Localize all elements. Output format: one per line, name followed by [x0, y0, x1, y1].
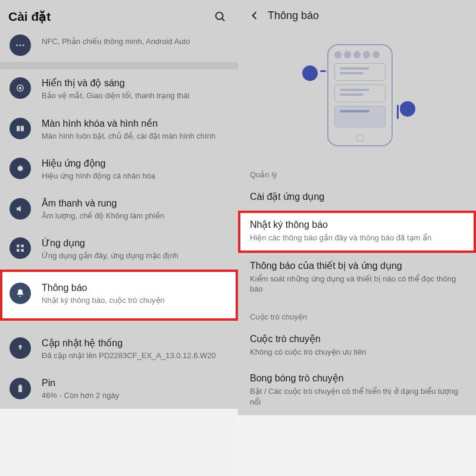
palette-icon	[10, 118, 31, 139]
settings-item-display[interactable]: Hiển thị và độ sáng Bảo vệ mắt, Giao diệ…	[0, 69, 238, 109]
svg-rect-7	[17, 126, 20, 131]
battery-icon	[10, 378, 31, 399]
item-subtitle: Hiệu ứng hình động cá nhân hóa	[42, 171, 228, 181]
settings-item-notifications[interactable]: Thông báo Nhật ký thông báo, cuộc trò ch…	[0, 270, 238, 321]
settings-item-lockscreen[interactable]: Màn hình khóa và hình nền Màn hình luôn …	[0, 109, 238, 150]
bell-icon	[10, 283, 31, 304]
divider	[0, 62, 238, 69]
section-chat: Cuộc trò chuyện	[238, 303, 476, 326]
svg-rect-11	[21, 245, 24, 248]
item-title: Thông báo	[42, 283, 228, 293]
page-title: Thông báo	[268, 10, 319, 22]
settings-item-battery[interactable]: Pin 46% - Còn hơn 2 ngày	[0, 369, 238, 409]
notifications-pane: Thông báo Quản lý	[238, 0, 476, 476]
settings-item-apps[interactable]: Ứng dụng Ứng dụng gần đây, ứng dụng mặc …	[0, 229, 238, 270]
settings-item-more-connections[interactable]: NFC, Phản chiếu thông minh, Android Auto	[0, 33, 238, 62]
apps-icon	[10, 237, 31, 259]
disc-icon	[10, 77, 31, 99]
item-subtitle: Âm lượng, chế độ Không làm phiền	[42, 211, 228, 221]
notif-item-app-settings[interactable]: Cài đặt ứng dụng	[238, 184, 476, 211]
item-title: Hiển thị và độ sáng	[42, 77, 228, 89]
highlight-notifications: Thông báo Nhật ký thông báo, cuộc trò ch…	[0, 270, 238, 321]
svg-point-2	[16, 45, 18, 46]
svg-point-6	[20, 87, 21, 89]
item-subtitle: Đã cập nhật lên PD2283CF_EX_A_13.0.12.6.…	[42, 350, 228, 361]
item-title: Ứng dụng	[42, 237, 228, 249]
svg-line-1	[222, 18, 224, 21]
item-title: Cập nhật hệ thống	[42, 337, 228, 349]
item-title: Nhật ký thông báo	[250, 219, 464, 230]
update-icon	[10, 337, 31, 359]
sound-icon	[10, 198, 31, 220]
item-subtitle: Bảo vệ mắt, Giao diện tối, thanh trạng t…	[42, 90, 228, 101]
section-manage: Quản lý	[238, 161, 476, 184]
notif-item-conversations[interactable]: Cuộc trò chuyện Không có cuộc trò chuyện…	[238, 326, 476, 366]
settings-item-animation[interactable]: Hiệu ứng động Hiệu ứng hình động cá nhân…	[0, 149, 238, 190]
item-subtitle: NFC, Phản chiếu thông minh, Android Auto	[42, 36, 228, 47]
settings-pane: Cài đặt NFC, Phản chiếu thông minh, Andr…	[0, 0, 238, 476]
search-icon[interactable]	[211, 7, 230, 26]
svg-rect-10	[17, 245, 20, 248]
item-subtitle: Màn hình luôn bật, chủ đề, cài đặt màn h…	[42, 131, 228, 142]
notif-item-bubbles[interactable]: Bong bóng trò chuyện Bật / Các cuộc trò …	[238, 365, 476, 415]
item-title: Thông báo của thiết bị và ứng dụng	[250, 260, 464, 271]
item-title: Cuộc trò chuyện	[250, 333, 464, 345]
svg-rect-12	[17, 249, 20, 252]
item-title: Pin	[42, 378, 228, 389]
svg-rect-13	[21, 249, 24, 252]
notif-item-log[interactable]: Nhật ký thông báo Hiện các thông báo gần…	[238, 211, 476, 253]
item-title: Bong bóng trò chuyện	[250, 372, 464, 384]
sub-header: Thông báo	[238, 0, 476, 31]
item-subtitle: Không có cuộc trò chuyện ưu tiên	[250, 347, 464, 358]
item-title: Cài đặt ứng dụng	[250, 191, 464, 202]
item-subtitle: Ứng dụng gần đây, ứng dụng mặc định	[42, 250, 228, 261]
svg-rect-8	[21, 126, 24, 131]
svg-rect-14	[18, 386, 22, 392]
item-subtitle: Kiểm soát những ứng dụng và thiết bị nào…	[250, 274, 464, 295]
settings-item-sound[interactable]: Âm thanh và rung Âm lượng, chế độ Không …	[0, 190, 238, 230]
svg-point-3	[20, 45, 21, 46]
settings-item-update[interactable]: Cập nhật hệ thống Đã cập nhật lên PD2283…	[0, 321, 238, 369]
back-button[interactable]	[246, 7, 263, 24]
notification-illustration	[238, 31, 476, 161]
highlight-notification-log: Nhật ký thông báo Hiện các thông báo gần…	[238, 211, 476, 253]
page-title: Cài đặt	[8, 10, 211, 24]
notif-item-device-app[interactable]: Thông báo của thiết bị và ứng dụng Kiểm …	[238, 253, 476, 303]
svg-point-0	[216, 12, 223, 20]
motion-icon	[10, 158, 31, 179]
item-subtitle: Hiện các thông báo gần đây và thông báo …	[250, 233, 464, 243]
svg-rect-15	[20, 384, 21, 386]
item-subtitle: Nhật ký thông báo, cuộc trò chuyện	[42, 295, 228, 306]
header: Cài đặt	[0, 0, 238, 33]
item-subtitle: Bật / Các cuộc trò chuyện có thể hiển th…	[250, 386, 464, 407]
item-title: Âm thanh và rung	[42, 198, 228, 209]
svg-point-9	[18, 166, 23, 171]
svg-point-4	[23, 45, 24, 46]
item-title: Hiệu ứng động	[42, 158, 228, 169]
dots-icon	[10, 35, 31, 56]
item-title: Màn hình khóa và hình nền	[42, 118, 228, 129]
item-subtitle: 46% - Còn hơn 2 ngày	[42, 390, 228, 401]
